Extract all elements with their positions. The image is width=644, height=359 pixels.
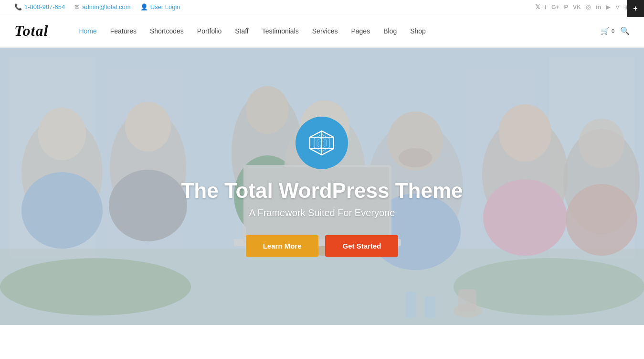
hero-subtitle: A Framework Suited For Everyone: [181, 207, 463, 218]
email-icon: ✉: [74, 3, 80, 11]
nav-item-testimonials: Testimonials: [255, 16, 306, 46]
user-login-link[interactable]: User Login: [150, 3, 180, 11]
nav-link-services[interactable]: Services: [306, 16, 345, 46]
nav-item-shop: Shop: [403, 16, 433, 46]
cart-count: 0: [612, 28, 614, 34]
nav-link-portfolio[interactable]: Portfolio: [190, 16, 228, 46]
facebook-icon[interactable]: f: [545, 3, 547, 11]
learn-more-button[interactable]: Learn More: [246, 235, 319, 257]
hero-icon-circle: [296, 117, 348, 169]
hero-section: The Total WordPress Theme A Framework Su…: [0, 48, 644, 325]
nav-link-testimonials[interactable]: Testimonials: [255, 16, 306, 46]
svg-marker-43: [310, 149, 322, 155]
hero-buttons: Learn More Get Started: [181, 235, 463, 257]
nav-item-services: Services: [306, 16, 345, 46]
svg-marker-39: [310, 131, 322, 137]
nav-link-pages[interactable]: Pages: [344, 16, 377, 46]
twitter-icon[interactable]: 𝕏: [535, 3, 540, 11]
googleplus-icon[interactable]: G+: [551, 4, 559, 11]
linkedin-icon[interactable]: in: [596, 3, 602, 11]
corner-plus-badge: +: [627, 0, 644, 17]
social-icons: 𝕏 f G+ P VK ◎ in ▶ V ◉: [535, 3, 630, 11]
svg-marker-44: [322, 149, 334, 155]
email-link[interactable]: admin@total.com: [82, 3, 130, 11]
nav-item-portfolio: Portfolio: [190, 16, 228, 46]
nav-item-features: Features: [104, 16, 143, 46]
nav-link-shortcodes[interactable]: Shortcodes: [143, 16, 190, 46]
email-info: ✉ admin@total.com: [74, 3, 130, 11]
nav-link-home[interactable]: Home: [72, 16, 103, 46]
main-navigation: Total Home Features Shortcodes Portfolio…: [0, 14, 644, 48]
cart-icon-symbol: 🛒: [601, 27, 610, 35]
youtube-icon[interactable]: ▶: [606, 3, 611, 11]
pinterest-icon[interactable]: P: [564, 3, 568, 11]
instagram-icon[interactable]: ◎: [586, 3, 591, 11]
cart-button[interactable]: 🛒0: [601, 27, 614, 35]
site-logo[interactable]: Total: [14, 22, 48, 40]
vimeo-icon[interactable]: V: [615, 3, 620, 11]
phone-info: 📞 1-800-987-654: [14, 3, 65, 11]
nav-item-pages: Pages: [344, 16, 377, 46]
nav-link-shop[interactable]: Shop: [403, 16, 433, 46]
nav-link-features[interactable]: Features: [104, 16, 143, 46]
phone-icon: 📞: [14, 3, 22, 11]
hero-title: The Total WordPress Theme: [181, 179, 463, 203]
user-icon: 👤: [140, 3, 148, 11]
phone-link[interactable]: 1-800-987-654: [24, 3, 65, 11]
top-bar: 📞 1-800-987-654 ✉ admin@total.com 👤 User…: [0, 0, 644, 14]
get-started-button[interactable]: Get Started: [325, 235, 398, 257]
nav-link-staff[interactable]: Staff: [228, 16, 255, 46]
vk-icon[interactable]: VK: [573, 4, 581, 11]
top-bar-contact: 📞 1-800-987-654 ✉ admin@total.com 👤 User…: [14, 3, 180, 11]
login-info: 👤 User Login: [140, 3, 180, 11]
nav-right-controls: 🛒0 🔍: [601, 26, 630, 35]
nav-item-staff: Staff: [228, 16, 255, 46]
nav-link-blog[interactable]: Blog: [377, 16, 403, 46]
hero-content: The Total WordPress Theme A Framework Su…: [181, 117, 463, 257]
svg-marker-40: [322, 131, 334, 137]
nav-item-blog: Blog: [377, 16, 403, 46]
search-button[interactable]: 🔍: [620, 26, 630, 35]
nav-item-home: Home: [72, 16, 103, 46]
cube-icon: [307, 129, 336, 157]
nav-links: Home Features Shortcodes Portfolio Staff…: [72, 16, 600, 46]
nav-item-shortcodes: Shortcodes: [143, 16, 190, 46]
